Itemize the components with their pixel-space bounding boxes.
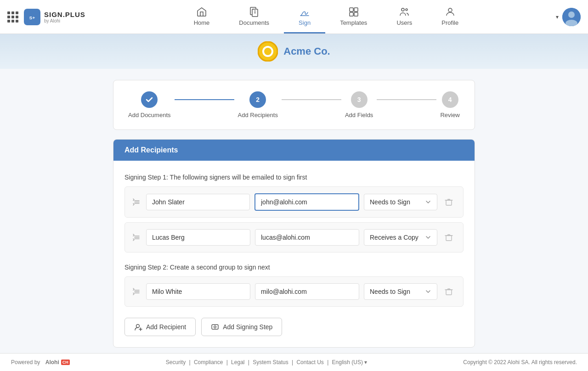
svg-point-15 <box>263 47 272 56</box>
nav-item-users[interactable]: Users <box>382 0 427 34</box>
role-dropdown-milo[interactable]: Needs to Sign Receives a Copy In Person … <box>370 288 421 295</box>
svg-text:S+: S+ <box>29 15 35 20</box>
logo-icon: S+ <box>24 9 40 25</box>
recipient-name-lucas[interactable] <box>146 229 250 246</box>
users-icon <box>399 6 410 17</box>
main-content: Add Documents 2 Add Recipients 3 Add Fie… <box>106 80 482 348</box>
trash-icon-lucas <box>445 233 453 242</box>
step-add-fields: 3 Add Fields <box>345 91 373 118</box>
svg-rect-4 <box>350 8 353 11</box>
avatar[interactable] <box>562 8 581 26</box>
svg-point-9 <box>406 9 407 11</box>
step-circle-3: 3 <box>351 91 368 108</box>
svg-rect-7 <box>354 12 358 16</box>
svg-rect-18 <box>446 290 452 295</box>
role-dropdown-lucas[interactable]: Needs to Sign Receives a Copy In Person … <box>370 234 421 241</box>
delete-button-john[interactable] <box>442 195 456 209</box>
svg-point-10 <box>448 8 452 12</box>
add-recipient-button[interactable]: Add Recipient <box>124 318 196 336</box>
signing-step2-label: Signing Step 2: Create a second group to… <box>124 264 464 271</box>
avatar-dropdown-arrow[interactable]: ▾ <box>556 14 559 20</box>
trash-icon <box>445 198 453 206</box>
svg-point-19 <box>136 325 140 328</box>
grid-menu-icon[interactable] <box>7 11 18 22</box>
add-signing-step-icon <box>211 323 219 331</box>
company-name: Acme Co. <box>283 45 330 57</box>
step-circle-2: 2 <box>249 91 266 108</box>
templates-icon <box>348 6 359 17</box>
step-review: 4 Review <box>440 91 460 118</box>
step-circle-4: 4 <box>442 91 458 108</box>
recipient-group-milo: Needs to Sign Receives a Copy In Person … <box>124 276 464 307</box>
signing-step1-label: Signing Step 1: The following signers wi… <box>124 174 464 181</box>
role-select-john[interactable]: Needs to Sign Receives a Copy In Person … <box>364 194 437 210</box>
delete-button-milo[interactable] <box>442 285 456 298</box>
step-connector-3 <box>377 99 436 100</box>
drag-handle-milo[interactable] <box>132 287 141 296</box>
add-recipient-icon <box>134 323 142 331</box>
bottom-actions: Add Recipient Add Signing Step <box>124 318 464 336</box>
card-body: Signing Step 1: The following signers wi… <box>113 161 475 347</box>
svg-point-8 <box>401 8 404 11</box>
recipient-email-milo[interactable] <box>255 283 359 300</box>
sign-icon <box>299 6 310 17</box>
svg-rect-5 <box>354 8 358 11</box>
profile-icon <box>445 6 456 17</box>
recipient-row-lucas: Needs to Sign Receives a Copy In Person … <box>132 229 456 246</box>
nav-item-sign[interactable]: Sign <box>284 0 325 34</box>
nav-right: ▾ <box>556 8 581 26</box>
svg-point-12 <box>568 11 575 18</box>
documents-icon <box>249 6 260 17</box>
card-header-title: Add Recipients <box>124 146 178 154</box>
logo-text: SIGN.PLUS <box>44 11 85 18</box>
nav-item-profile[interactable]: Profile <box>427 0 473 34</box>
recipient-group-lucas: Needs to Sign Receives a Copy In Person … <box>124 222 464 253</box>
step-circle-1 <box>141 91 158 108</box>
recipients-card: Add Recipients Signing Step 1: The follo… <box>113 139 475 348</box>
recipient-name-milo[interactable] <box>146 283 250 300</box>
chevron-down-icon <box>425 199 431 205</box>
recipient-row-milo: Needs to Sign Receives a Copy In Person … <box>132 283 456 300</box>
trash-icon-milo <box>445 287 453 296</box>
drag-handle-john[interactable] <box>132 197 141 207</box>
step-connector-1 <box>175 99 234 100</box>
stepper: Add Documents 2 Add Recipients 3 Add Fie… <box>113 80 475 130</box>
svg-rect-17 <box>446 236 452 241</box>
footer: Powered by Alohi CH Security | Complianc… <box>0 353 588 359</box>
role-dropdown-john[interactable]: Needs to Sign Receives a Copy In Person … <box>370 198 421 206</box>
home-icon <box>196 6 207 17</box>
nav-item-templates[interactable]: Templates <box>325 0 382 34</box>
svg-rect-6 <box>350 12 353 16</box>
nav-item-home[interactable]: Home <box>179 0 225 34</box>
step-add-documents: Add Documents <box>128 91 171 118</box>
logo[interactable]: S+ SIGN.PLUS by Alohi <box>24 9 85 25</box>
delete-button-lucas[interactable] <box>442 230 456 244</box>
nav-item-documents[interactable]: Documents <box>224 0 284 34</box>
recipient-email-lucas[interactable] <box>255 229 359 246</box>
recipient-row-john: Needs to Sign Receives a Copy In Person … <box>132 193 456 211</box>
recipient-email-john[interactable] <box>254 193 359 211</box>
chevron-down-icon-lucas <box>425 234 431 241</box>
role-select-lucas[interactable]: Needs to Sign Receives a Copy In Person … <box>364 229 437 246</box>
recipient-name-john[interactable] <box>146 194 250 210</box>
add-signing-step-button[interactable]: Add Signing Step <box>201 318 282 336</box>
card-header: Add Recipients <box>113 140 475 161</box>
logo-sub: by Alohi <box>44 18 85 23</box>
step-connector-2 <box>282 99 341 100</box>
drag-handle-lucas[interactable] <box>132 233 141 242</box>
top-nav: S+ SIGN.PLUS by Alohi Home Documents Sig… <box>0 0 588 34</box>
chevron-down-icon-milo <box>425 288 431 295</box>
svg-point-21 <box>214 326 216 328</box>
company-bar: Acme Co. <box>0 34 588 69</box>
role-select-milo[interactable]: Needs to Sign Receives a Copy In Person … <box>364 283 437 300</box>
company-avatar <box>258 41 278 62</box>
recipient-group-john: Needs to Sign Receives a Copy In Person … <box>124 186 464 218</box>
step-add-recipients: 2 Add Recipients <box>238 91 278 118</box>
svg-rect-16 <box>446 200 452 205</box>
nav-items: Home Documents Sign Templates Users Prof… <box>96 0 556 34</box>
signing-step2-section: Signing Step 2: Create a second group to… <box>124 264 464 307</box>
